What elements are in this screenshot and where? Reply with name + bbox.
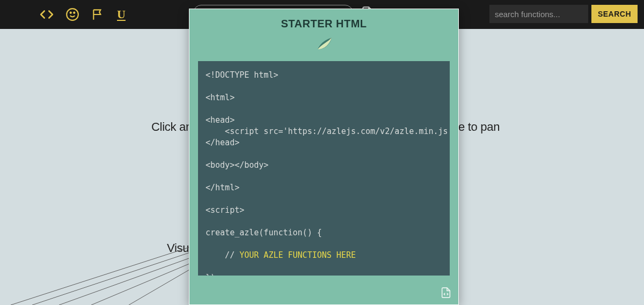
code-line: <head>: [206, 115, 235, 125]
code-line: <script src='https://azlejs.com/v2/azle.…: [206, 127, 450, 136]
code-line: create_azle(function() {: [206, 228, 322, 237]
code-line: </head>: [206, 138, 239, 147]
smile-icon[interactable]: [65, 8, 79, 21]
code-line: //: [206, 250, 239, 260]
code-line: </html>: [206, 183, 239, 192]
flag-icon[interactable]: [91, 8, 105, 21]
svg-line-3: [11, 246, 193, 305]
underline-icon[interactable]: U: [117, 8, 126, 21]
svg-line-6: [91, 262, 193, 305]
code-line: }): [206, 273, 215, 276]
svg-point-2: [74, 12, 75, 13]
modal-title: STARTER HTML: [189, 18, 458, 30]
code-line: <body></body>: [206, 160, 268, 170]
svg-line-7: [129, 267, 193, 305]
code-icon[interactable]: [40, 8, 54, 21]
svg-point-1: [70, 12, 71, 13]
search-input[interactable]: [489, 5, 588, 23]
search-button[interactable]: SEARCH: [591, 5, 638, 23]
svg-line-5: [59, 257, 193, 305]
background-text-right: e to pan: [458, 120, 500, 134]
code-line: <script>: [206, 205, 244, 215]
code-line: <!DOCTYPE html>: [206, 70, 278, 80]
copy-code-icon[interactable]: [440, 286, 452, 299]
toolbar-right-group: SEARCH: [489, 5, 638, 23]
leaf-logo-icon: [314, 34, 334, 54]
svg-line-4: [32, 251, 193, 305]
starter-html-modal: STARTER HTML <!DOCTYPE html> <html> <hea…: [189, 9, 459, 305]
svg-point-0: [67, 9, 78, 20]
code-block: <!DOCTYPE html> <html> <head> <script sr…: [198, 61, 450, 276]
code-line: <html>: [206, 93, 235, 102]
toolbar-left-group: U: [11, 8, 126, 21]
background-text-visu: Visu: [167, 241, 189, 255]
code-highlight: YOUR AZLE FUNCTIONS HERE: [239, 250, 356, 260]
